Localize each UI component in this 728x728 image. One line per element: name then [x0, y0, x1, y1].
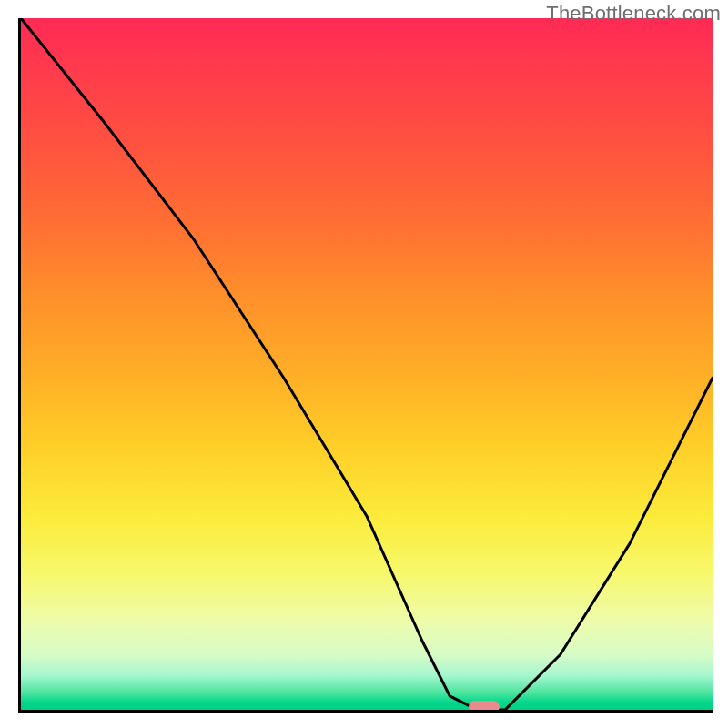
watermark-text: TheBottleneck.com: [546, 2, 721, 25]
bottleneck-chart: TheBottleneck.com: [0, 0, 728, 728]
plot-area: [18, 18, 713, 713]
curve-svg: [21, 18, 713, 710]
optimal-marker: [469, 701, 500, 713]
bottleneck-curve-path: [21, 18, 713, 710]
